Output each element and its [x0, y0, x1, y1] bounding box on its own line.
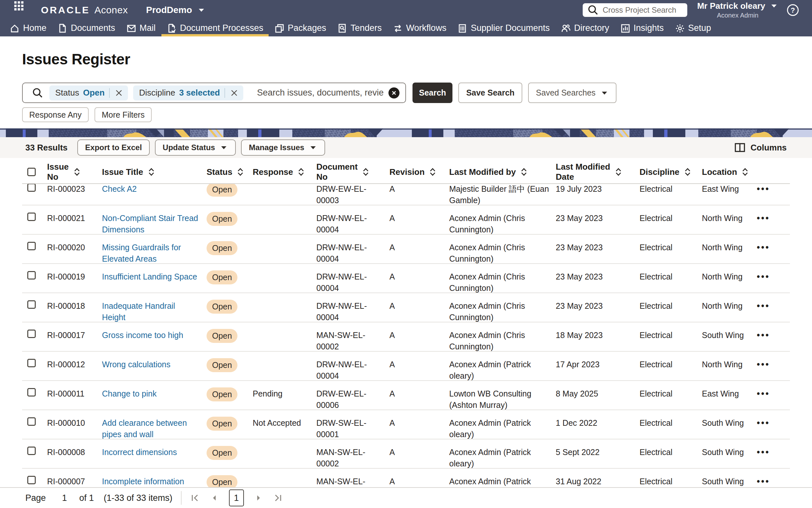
nav-item-mail[interactable]: Mail: [125, 20, 158, 36]
document-no-cell: DRW-NW-EL-00004: [316, 242, 375, 264]
row-checkbox[interactable]: [27, 300, 36, 309]
search-button[interactable]: Search: [413, 83, 452, 103]
row-actions-menu[interactable]: •••: [757, 184, 770, 194]
next-page-button[interactable]: [254, 493, 264, 503]
sort-icon[interactable]: [615, 167, 622, 177]
last-modified-date-cell: 1 Dec 2022: [556, 417, 639, 440]
save-search-button[interactable]: Save Search: [458, 83, 522, 103]
row-actions-menu[interactable]: •••: [757, 418, 770, 428]
update-status-label: Update Status: [163, 143, 215, 152]
issue-title-link[interactable]: Change to pink: [102, 388, 156, 399]
filter-chip-discipline[interactable]: Discipline3 selected: [133, 85, 243, 100]
nav-item-directory[interactable]: Directory: [559, 20, 611, 36]
column-header-label: Last Modified Date: [556, 162, 610, 182]
row-checkbox[interactable]: [27, 476, 36, 484]
update-status-dropdown[interactable]: Update Status: [155, 139, 236, 156]
row-actions-menu[interactable]: •••: [757, 330, 770, 340]
sort-icon[interactable]: [362, 167, 369, 177]
column-header-document-no: Document No: [316, 162, 389, 182]
issue-title-link[interactable]: Check A2: [102, 184, 137, 195]
last-modified-date-cell: 23 May 2023: [556, 271, 639, 294]
row-checkbox[interactable]: [27, 213, 36, 221]
select-all-checkbox[interactable]: [27, 168, 36, 176]
nav-item-setup[interactable]: Setup: [673, 20, 713, 36]
nav-item-document-processes[interactable]: Document Processes: [165, 20, 266, 36]
issue-title-link[interactable]: Non-Compliant Stair Tread Dimensions: [102, 213, 201, 235]
nav-item-home[interactable]: Home: [8, 20, 48, 36]
row-actions: •••: [757, 330, 790, 352]
manage-issues-dropdown[interactable]: Manage Issues: [241, 139, 325, 156]
saved-searches-dropdown[interactable]: Saved Searches: [528, 83, 616, 103]
row-checkbox[interactable]: [27, 330, 36, 338]
export-to-excel-button[interactable]: Export to Excel: [77, 139, 150, 156]
columns-button[interactable]: Columns: [734, 143, 787, 153]
sort-icon[interactable]: [742, 167, 749, 177]
sort-icon[interactable]: [429, 167, 436, 177]
row-actions-menu[interactable]: •••: [757, 272, 770, 282]
issue-title-link[interactable]: Incorrect dimensions: [102, 447, 177, 458]
response-filter[interactable]: Response Any: [22, 107, 89, 122]
row-checkbox[interactable]: [27, 242, 36, 250]
nav-item-packages[interactable]: Packages: [273, 20, 328, 36]
issue-title-cell: Inadequate Handrail Height: [102, 300, 206, 323]
nav-item-tenders[interactable]: Tenders: [335, 20, 384, 36]
oracle-logo: ORACLE: [41, 5, 90, 15]
location-cell: South Wing: [702, 476, 757, 488]
issue-title-link[interactable]: Insufficient Landing Space: [102, 271, 197, 283]
location-cell: North Wing: [702, 242, 757, 264]
row-actions-menu[interactable]: •••: [757, 213, 770, 223]
sort-icon[interactable]: [237, 167, 244, 177]
filter-chip-status[interactable]: StatusOpen: [49, 85, 128, 100]
current-page-input[interactable]: 1: [229, 490, 244, 506]
last-modified-date-cell: 18 May 2023: [556, 330, 639, 352]
sort-icon[interactable]: [297, 167, 305, 177]
row-checkbox[interactable]: [27, 447, 36, 455]
issues-search-box[interactable]: StatusOpenDiscipline3 selected Search is…: [22, 83, 406, 103]
more-filters-button[interactable]: More Filters: [95, 107, 152, 122]
user-menu[interactable]: Mr Patrick oleary Aconex Admin: [697, 1, 778, 19]
row-actions-menu[interactable]: •••: [757, 301, 770, 311]
table-row: RI-000019Insufficient Landing SpaceOpenD…: [22, 264, 790, 293]
sort-icon[interactable]: [684, 167, 691, 177]
project-selector[interactable]: ProdDemo: [146, 5, 206, 15]
row-checkbox[interactable]: [27, 271, 36, 280]
row-checkbox[interactable]: [27, 359, 36, 367]
issue-title-link[interactable]: Add clearance between pipes and wall: [102, 417, 201, 440]
issue-title-link[interactable]: Wrong calculations: [102, 359, 171, 370]
row-actions-menu[interactable]: •••: [757, 359, 770, 369]
nav-item-insights[interactable]: Insights: [618, 20, 666, 36]
remove-chip-icon[interactable]: [230, 88, 239, 97]
sort-icon[interactable]: [148, 167, 155, 177]
issue-no-cell: RI-000019: [47, 271, 102, 294]
row-actions-menu[interactable]: •••: [757, 389, 770, 398]
table-row: RI-000010Add clearance between pipes and…: [22, 410, 790, 439]
column-header-label: Last Modified by: [449, 167, 516, 177]
sort-icon[interactable]: [74, 167, 81, 177]
clear-search-button[interactable]: [388, 87, 399, 98]
nav-item-workflows[interactable]: Workflows: [391, 20, 448, 36]
nav-item-documents[interactable]: Documents: [55, 20, 117, 36]
revision-cell: A: [389, 388, 449, 411]
last-page-button[interactable]: [273, 493, 283, 503]
issue-title-link[interactable]: Gross income too high: [102, 330, 183, 341]
revision-cell: A: [389, 300, 449, 323]
row-checkbox[interactable]: [27, 388, 36, 396]
nav-item-supplier-documents[interactable]: Supplier Documents: [456, 20, 552, 36]
app-grid-icon[interactable]: [14, 1, 32, 19]
row-checkbox[interactable]: [27, 184, 36, 192]
row-actions-menu[interactable]: •••: [757, 476, 770, 486]
first-page-button[interactable]: [190, 493, 200, 503]
last-modified-by-cell: Aconex Admin (Patrick oleary): [449, 359, 555, 382]
issue-title-link[interactable]: Inadequate Handrail Height: [102, 300, 201, 323]
row-checkbox[interactable]: [27, 417, 36, 426]
cross-project-search[interactable]: Cross Project Search: [583, 3, 687, 17]
sort-icon[interactable]: [520, 167, 527, 177]
issue-title-link[interactable]: Missing Guardrails for Elevated Areas: [102, 242, 201, 264]
previous-page-button[interactable]: [209, 493, 219, 503]
revision-cell: A: [389, 242, 449, 264]
issue-title-link[interactable]: Incomplete information: [102, 476, 184, 487]
remove-chip-icon[interactable]: [114, 88, 124, 97]
help-icon[interactable]: ?: [787, 4, 799, 16]
row-actions-menu[interactable]: •••: [757, 243, 770, 252]
row-actions-menu[interactable]: •••: [757, 447, 770, 457]
